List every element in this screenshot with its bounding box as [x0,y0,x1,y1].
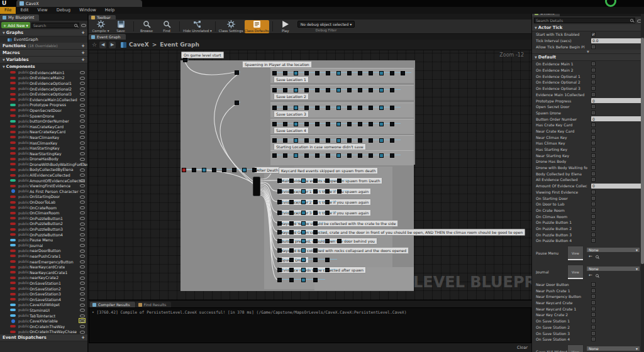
use-selected-arrow-icon[interactable]: ← [589,254,592,259]
blueprint-node[interactable] [304,122,309,126]
variable-row[interactable]: publicCaveXUIWidget [0,302,87,308]
back-arrow-icon[interactable]: ◀ [99,41,106,48]
variable-eye-icon[interactable] [79,270,85,274]
blueprint-node[interactable] [313,258,318,262]
blueprint-node[interactable] [301,200,306,204]
variable-row[interactable]: publicAmountOfEvidenceCollected [0,178,87,184]
checkbox[interactable] [591,331,596,336]
variable-row[interactable]: publicnearDoorButton [0,248,87,254]
blueprint-node[interactable] [325,189,330,194]
variable-row[interactable]: publicOnPuzzleButton3 [0,226,87,232]
blueprint-node-row[interactable] [272,121,401,126]
blueprint-node[interactable] [379,106,384,110]
checkbox[interactable] [591,214,596,219]
blueprint-node[interactable] [325,239,330,243]
variable-eye-icon[interactable] [79,173,85,177]
blueprint-node[interactable] [358,138,362,143]
blueprint-node[interactable] [277,248,282,253]
blueprint-node[interactable] [315,122,319,126]
checkbox[interactable] [591,111,596,115]
toolbar-button-save[interactable]: Save [111,20,130,33]
variable-row[interactable]: publicTabToInteract [0,313,87,319]
variable-eye-icon[interactable] [79,184,85,187]
blueprint-node[interactable] [301,230,306,234]
variable-eye-icon[interactable] [79,206,85,209]
number-input[interactable]: 0↕ [591,116,644,121]
blueprint-node[interactable] [277,200,282,204]
variable-eye-icon[interactable] [79,135,85,139]
blueprint-node[interactable] [369,71,373,75]
blueprint-node[interactable] [202,168,206,172]
checkbox[interactable] [591,172,596,176]
blueprint-node[interactable] [369,153,373,158]
variable-row[interactable]: publicnearKeyCrate2 [0,275,87,281]
blueprint-node[interactable] [289,230,294,234]
variable-eye-icon[interactable] [79,103,85,107]
blueprint-node[interactable] [289,278,294,282]
variable-row[interactable]: publicJournal [0,243,87,248]
variable-row[interactable]: publicNearKeycardCrate1 [0,270,87,275]
variable-row[interactable]: publicDroneHasBody [0,157,87,162]
blueprint-node[interactable] [289,221,294,226]
blueprint-node[interactable] [235,70,239,75]
clear-button[interactable]: Clear [517,345,528,350]
blueprint-node[interactable] [277,258,282,262]
event-graph-canvas[interactable]: ☆ ◀ ▶ CaveX > Event Graph Zoom -12 On ga… [89,40,531,300]
section-variables[interactable]: ▼Variables+ [0,57,87,63]
blueprint-node-row[interactable] [182,167,262,172]
variable-row[interactable]: publicOnDoorToLab [0,199,87,205]
tab-event-graph[interactable]: Event Graph [89,34,126,40]
blueprint-node[interactable] [277,221,282,226]
variable-eye-icon[interactable] [79,324,85,328]
blueprint-node[interactable] [325,211,330,215]
browse-asset-icon[interactable] [596,255,599,258]
variable-row[interactable]: publicPrototype Progress [0,102,87,108]
breadcrumb-root[interactable]: CaveX [129,41,149,48]
variable-row[interactable]: publicPause Menu [0,237,87,243]
variable-eye-icon[interactable] [79,265,85,268]
blueprint-node[interactable] [313,179,318,183]
variable-row[interactable]: publicOnEvidenceOptional2 [0,86,87,92]
section-expander[interactable]: ▼ [532,50,644,54]
variable-row[interactable]: publicOnPuzzleButton4 [0,232,87,238]
variable-eye-icon[interactable] [79,260,85,263]
blueprint-node[interactable] [326,153,330,158]
variable-eye-icon[interactable] [79,157,85,161]
blueprint-node[interactable] [242,168,247,172]
variable-eye-icon[interactable] [79,211,85,214]
sequence-node[interactable] [253,177,260,196]
section-event-dispatchers[interactable]: Event Dispatchers+ [0,334,87,341]
tab-compiler-results[interactable]: Compiler Results [90,302,135,307]
components-category[interactable]: ▼Components [0,63,87,70]
scrollbar-thumb[interactable] [641,38,644,264]
checkbox[interactable] [591,135,596,140]
blueprint-node[interactable] [289,189,294,194]
blueprint-node-row[interactable] [277,229,325,234]
blueprint-node[interactable] [326,122,330,126]
menu-debug[interactable]: Debug [52,7,75,14]
variable-eye-icon[interactable] [79,162,85,166]
variable-row[interactable]: publicNearStartingKey [0,151,87,157]
blueprint-node[interactable] [347,153,352,158]
variable-eye-icon[interactable] [79,308,85,312]
blueprint-node[interactable] [283,88,287,92]
variable-row[interactable]: publicOnPuzzleButton1 [0,216,87,221]
variable-row[interactable]: publicOnCrateInTheWay [0,324,87,329]
variable-row[interactable]: publicAs First Person Character [0,189,87,194]
checkbox[interactable]: ✓ [591,32,596,36]
variable-row[interactable]: publicNearCrateKeyCard [0,129,87,135]
variable-eye-icon[interactable] [79,124,85,128]
blueprint-node[interactable] [235,101,239,105]
checkbox[interactable] [591,282,596,287]
blueprint-node[interactable] [289,268,294,272]
blueprint-node[interactable] [313,211,318,215]
variable-eye-icon[interactable] [79,168,85,172]
blueprint-node-row[interactable] [277,189,349,194]
checkbox[interactable] [591,208,596,212]
checkbox[interactable] [591,92,596,97]
number-input[interactable]: 0↕ [591,98,644,103]
variable-row[interactable]: publicOnSaveStation4 [0,297,87,302]
variable-row[interactable]: publicOnEvidenceOptional3 [0,91,87,97]
checkbox[interactable] [591,190,596,194]
checkbox[interactable] [591,307,596,311]
